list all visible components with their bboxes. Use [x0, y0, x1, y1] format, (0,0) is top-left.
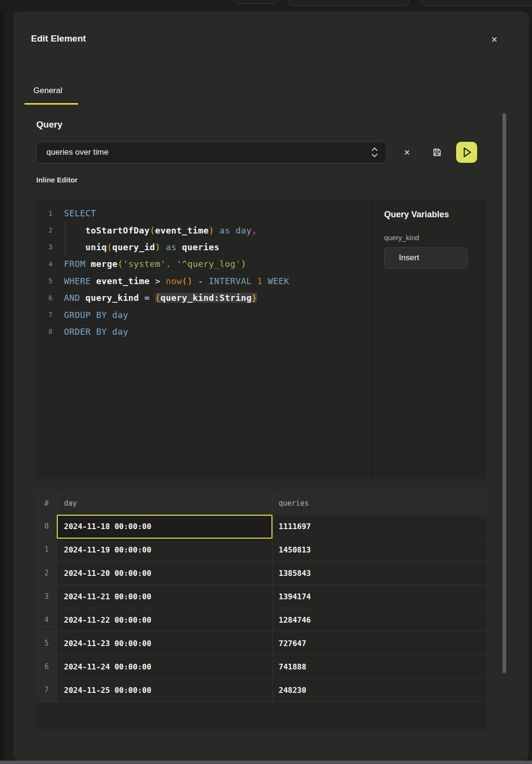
save-query-button[interactable]: [430, 146, 444, 159]
run-query-button[interactable]: [456, 142, 477, 163]
row-index-cell: 5: [36, 632, 57, 655]
code-line: 8ORDER BY day: [36, 323, 372, 340]
code-token: [160, 242, 166, 252]
code-token: [91, 327, 96, 337]
code-token: }: [251, 293, 257, 303]
line-number: 7: [36, 311, 52, 318]
code-token: [214, 225, 219, 235]
save-icon: [432, 148, 442, 157]
line-number: 6: [36, 294, 52, 302]
sql-code-editor[interactable]: 1SELECT2 toStartOfDay(event_time) as day…: [36, 199, 372, 479]
code-token: [85, 259, 91, 269]
line-number: 1: [36, 210, 52, 217]
code-token: (: [117, 259, 123, 269]
code-line: 1SELECT: [36, 205, 372, 222]
code-token: [80, 293, 85, 303]
results-table-header: #dayqueries: [36, 492, 487, 515]
code-token: BY: [96, 327, 106, 337]
code-token: SELECT: [64, 208, 96, 218]
table-row: 52024-11-23 00:00:00727647: [36, 632, 487, 655]
code-token: [160, 276, 166, 286]
query-variables-title: Query Variables: [384, 210, 449, 220]
tab-general[interactable]: General: [33, 86, 62, 96]
code-line: 2 toStartOfDay(event_time) as day,: [36, 222, 372, 238]
query-select[interactable]: queries over time: [36, 141, 386, 163]
code-token: =: [145, 293, 150, 303]
topbar-button[interactable]: [288, 0, 409, 6]
topbar-button[interactable]: [421, 0, 532, 6]
code-token: 'system': [123, 259, 166, 269]
code-token: ,: [166, 259, 171, 269]
code-token: AND: [64, 293, 80, 303]
code-token: now: [166, 276, 182, 286]
insert-variable-button[interactable]: Insert: [384, 247, 468, 268]
day-cell[interactable]: 2024-11-19 00:00:00: [57, 538, 272, 562]
clear-query-button[interactable]: ✕: [400, 146, 414, 159]
code-token: event_time: [96, 276, 149, 286]
queries-cell[interactable]: 741888: [272, 655, 487, 679]
code-token: day: [112, 310, 128, 320]
close-icon[interactable]: ✕: [487, 32, 501, 47]
code-token: [251, 276, 257, 286]
queries-cell[interactable]: 1385843: [272, 562, 487, 585]
tab-active-underline: [24, 103, 78, 105]
queries-cell[interactable]: 1284746: [272, 608, 487, 632]
code-token: [107, 310, 112, 320]
day-cell[interactable]: 2024-11-20 00:00:00: [57, 562, 272, 585]
code-token: WEEK: [268, 276, 289, 286]
modal-scrollbar-thumb[interactable]: [502, 113, 506, 673]
code-token: (: [150, 225, 155, 235]
code-token: ): [209, 225, 214, 235]
day-cell[interactable]: 2024-11-22 00:00:00: [57, 608, 272, 632]
results-table-footer: [36, 702, 487, 730]
code-token: [107, 327, 112, 337]
queries-cell[interactable]: 727647: [272, 632, 487, 655]
queries-cell[interactable]: 248230: [272, 679, 487, 702]
row-index-cell: 0: [36, 515, 57, 538]
code-token: [230, 225, 235, 235]
code-token: ,: [251, 225, 257, 235]
updown-chevron-icon: [370, 146, 379, 159]
code-line: 5WHERE event_time > now() - INTERVAL 1 W…: [36, 273, 372, 289]
code-token: ORDER: [64, 327, 91, 337]
day-cell[interactable]: 2024-11-23 00:00:00: [57, 632, 272, 655]
day-cell[interactable]: 2024-11-21 00:00:00: [57, 585, 272, 608]
query-variable-chip: {query_kind:String}: [155, 293, 257, 303]
day-cell[interactable]: 2024-11-25 00:00:00: [57, 679, 272, 702]
edit-element-modal: Edit Element ✕ General Query queries ove…: [13, 11, 529, 761]
query-select-value: queries over time: [46, 148, 370, 157]
queries-cell[interactable]: 1394174: [272, 585, 487, 608]
code-token: [262, 276, 268, 286]
code-token: [177, 242, 182, 252]
top-toolbar: [0, 0, 532, 11]
code-token: [139, 293, 144, 303]
results-table: #dayqueries 02024-11-18 00:00:0011116971…: [36, 492, 487, 730]
query-section-heading: Query: [36, 119, 63, 130]
table-row: 72024-11-25 00:00:00248230: [36, 679, 487, 702]
code-token: GROUP: [64, 310, 91, 320]
table-row: 42024-11-22 00:00:001284746: [36, 608, 487, 632]
row-index-cell: 7: [36, 679, 57, 702]
code-token: BY: [96, 310, 106, 320]
code-token: ): [241, 259, 246, 269]
day-cell[interactable]: 2024-11-18 00:00:00: [57, 515, 272, 538]
code-token: day: [236, 225, 252, 235]
code-token: '^query_log': [177, 259, 241, 269]
inline-editor-label: Inline Editor: [36, 176, 78, 184]
row-index-cell: 1: [36, 538, 57, 562]
row-index-cell: 3: [36, 585, 57, 608]
code-token: query_id: [112, 242, 155, 252]
code-line: 6AND query_kind = {query_kind:String}: [36, 289, 372, 306]
code-token: [150, 293, 155, 303]
sql-editor-block: 1SELECT2 toStartOfDay(event_time) as day…: [36, 199, 487, 479]
queries-cell[interactable]: 1450813: [272, 538, 487, 562]
code-token: 1: [257, 276, 262, 286]
queries-cell[interactable]: 1111697: [272, 515, 487, 538]
topbar-button[interactable]: [234, 0, 279, 4]
code-line: 7GROUP BY day: [36, 306, 372, 323]
column-header-day: day: [57, 492, 272, 515]
day-cell[interactable]: 2024-11-24 00:00:00: [57, 655, 272, 679]
line-number: 8: [36, 328, 52, 335]
code-token: FROM: [64, 259, 85, 269]
variable-name-label: query_kind: [384, 233, 419, 242]
